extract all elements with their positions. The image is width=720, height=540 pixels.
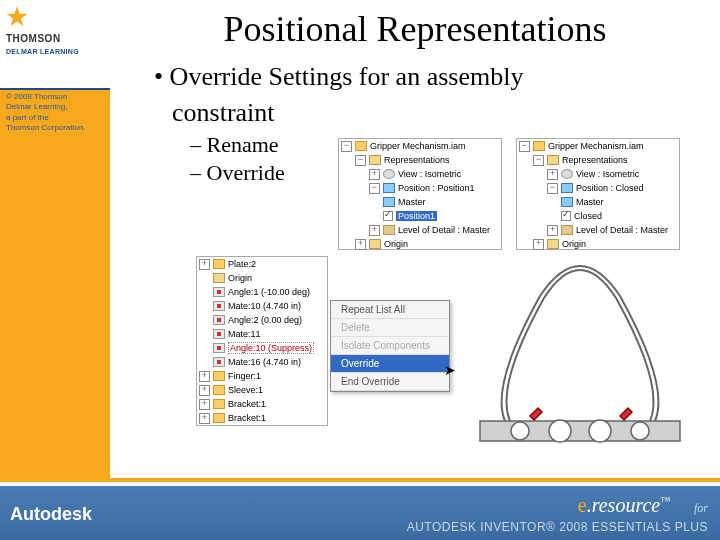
- bullet-1: • Override Settings for an assembly: [154, 62, 720, 92]
- eresource-logo: e.resource™: [578, 494, 670, 517]
- cad-viewport: [460, 256, 700, 456]
- mate-constraint-icon: [213, 329, 225, 339]
- thomson-star-icon: [6, 6, 28, 28]
- expand-icon[interactable]: +: [533, 239, 544, 250]
- folder-icon: [547, 155, 559, 165]
- brand-subtitle: DELMAR LEARNING: [6, 48, 86, 55]
- expand-icon[interactable]: +: [355, 239, 366, 250]
- menu-isolate: Isolate Components: [331, 337, 449, 355]
- expand-icon[interactable]: +: [547, 169, 558, 180]
- folder-icon: [213, 273, 225, 283]
- mate-constraint-icon: [213, 357, 225, 367]
- angle-constraint-icon: [213, 287, 225, 297]
- collapse-icon[interactable]: −: [533, 155, 544, 166]
- position-icon: [383, 183, 395, 193]
- part-icon: [213, 259, 225, 269]
- angle-constraint-icon: [213, 315, 225, 325]
- tree-panel-position1: −Gripper Mechanism.iam −Representations …: [338, 138, 502, 250]
- collapse-icon[interactable]: −: [369, 183, 380, 194]
- svg-point-1: [549, 420, 571, 442]
- closed-position[interactable]: Closed: [574, 211, 602, 221]
- brand-block: THOMSON DELMAR LEARNING: [0, 0, 110, 90]
- checkbox-icon[interactable]: [383, 211, 393, 221]
- position-icon: [561, 183, 573, 193]
- book-title: AUTODESK INVENTOR® 2008 ESSENTIALS PLUS: [407, 520, 708, 534]
- slide-title: Positional Representations: [110, 8, 720, 50]
- menu-delete: Delete: [331, 319, 449, 337]
- folder-icon: [547, 239, 559, 249]
- context-menu: Repeat List All Delete Isolate Component…: [330, 300, 450, 392]
- collapse-icon[interactable]: −: [519, 141, 530, 152]
- copyright-text: © 2008 Thomson Delmar Learning, a part o…: [6, 92, 86, 134]
- assembly-icon: [533, 141, 545, 151]
- svg-point-3: [631, 422, 649, 440]
- view-icon: [383, 169, 395, 179]
- expand-icon[interactable]: +: [199, 413, 210, 424]
- svg-point-2: [589, 420, 611, 442]
- part-icon: [213, 371, 225, 381]
- position-icon: [383, 197, 395, 207]
- view-icon: [561, 169, 573, 179]
- lod-icon: [383, 225, 395, 235]
- brand-name: THOMSON: [6, 33, 61, 44]
- tree-panel-constraints: +Plate:2 Origin Angle:1 (-10.00 deg) Mat…: [196, 256, 328, 426]
- expand-icon[interactable]: +: [199, 399, 210, 410]
- cursor-icon: ➤: [444, 362, 456, 379]
- angle-constraint-icon: [213, 343, 225, 353]
- position-icon: [561, 197, 573, 207]
- part-icon: [213, 413, 225, 423]
- expand-icon[interactable]: +: [369, 169, 380, 180]
- menu-override[interactable]: Override: [331, 355, 449, 373]
- expand-icon[interactable]: +: [547, 225, 558, 236]
- folder-icon: [369, 239, 381, 249]
- selected-position1[interactable]: Position1: [396, 211, 437, 221]
- sidebar: THOMSON DELMAR LEARNING © 2008 Thomson D…: [0, 0, 110, 540]
- collapse-icon[interactable]: −: [355, 155, 366, 166]
- bullet-1-cont: constraint: [172, 98, 720, 128]
- selected-constraint[interactable]: Angle:10 (Suppress): [228, 342, 314, 354]
- mate-constraint-icon: [213, 301, 225, 311]
- svg-point-0: [511, 422, 529, 440]
- collapse-icon[interactable]: −: [547, 183, 558, 194]
- for-label: for: [694, 501, 708, 516]
- assembly-icon: [355, 141, 367, 151]
- tree-panel-closed: −Gripper Mechanism.iam −Representations …: [516, 138, 680, 250]
- part-icon: [213, 399, 225, 409]
- checkbox-icon[interactable]: [561, 211, 571, 221]
- expand-icon[interactable]: +: [199, 371, 210, 382]
- expand-icon[interactable]: +: [199, 259, 210, 270]
- lod-icon: [561, 225, 573, 235]
- expand-icon[interactable]: +: [199, 385, 210, 396]
- menu-repeat[interactable]: Repeat List All: [331, 301, 449, 319]
- footer: Autodesk e.resource™ for AUTODESK INVENT…: [0, 478, 720, 540]
- folder-icon: [369, 155, 381, 165]
- autodesk-logo: Autodesk: [10, 504, 92, 525]
- expand-icon[interactable]: +: [369, 225, 380, 236]
- collapse-icon[interactable]: −: [341, 141, 352, 152]
- part-icon: [213, 385, 225, 395]
- menu-end-override[interactable]: End Override: [331, 373, 449, 391]
